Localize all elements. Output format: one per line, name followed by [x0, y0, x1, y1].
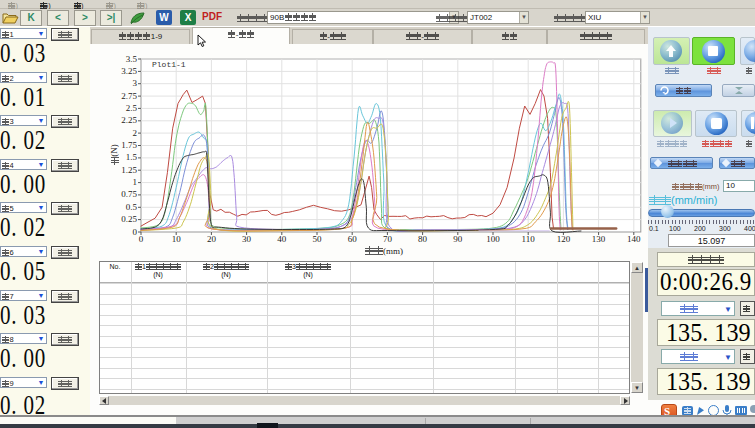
svg-text:110: 110 — [522, 234, 536, 244]
svg-text:20: 20 — [207, 234, 217, 244]
svg-text:60: 60 — [348, 234, 358, 244]
svg-text:3.25: 3.25 — [121, 66, 137, 76]
svg-text:90: 90 — [453, 234, 463, 244]
svg-text:3.5: 3.5 — [126, 54, 138, 64]
svg-text:0.75: 0.75 — [121, 189, 137, 199]
svg-text:1.5: 1.5 — [126, 152, 138, 162]
svg-text:2: 2 — [133, 128, 138, 138]
svg-text:50: 50 — [313, 234, 323, 244]
svg-text:0.5: 0.5 — [126, 202, 138, 212]
svg-text:140: 140 — [627, 234, 641, 244]
svg-text:2.75: 2.75 — [121, 91, 137, 101]
svg-text:3: 3 — [133, 78, 138, 88]
svg-text:1.25: 1.25 — [121, 165, 137, 175]
svg-text:2.25: 2.25 — [121, 115, 137, 125]
svg-text:Plot1-1: Plot1-1 — [152, 60, 186, 69]
svg-text:70: 70 — [383, 234, 393, 244]
svg-text:40: 40 — [277, 234, 287, 244]
svg-text:10: 10 — [172, 234, 182, 244]
svg-text:30: 30 — [242, 234, 252, 244]
svg-text:0: 0 — [139, 234, 144, 244]
svg-text:2.5: 2.5 — [126, 103, 138, 113]
svg-text:0.25: 0.25 — [121, 214, 137, 224]
svg-text:1.75: 1.75 — [121, 140, 137, 150]
svg-text:130: 130 — [592, 234, 606, 244]
svg-text:0: 0 — [133, 227, 138, 237]
svg-text:120: 120 — [557, 234, 571, 244]
svg-text:80: 80 — [418, 234, 428, 244]
svg-text:1: 1 — [133, 177, 138, 187]
svg-text:100: 100 — [486, 234, 500, 244]
